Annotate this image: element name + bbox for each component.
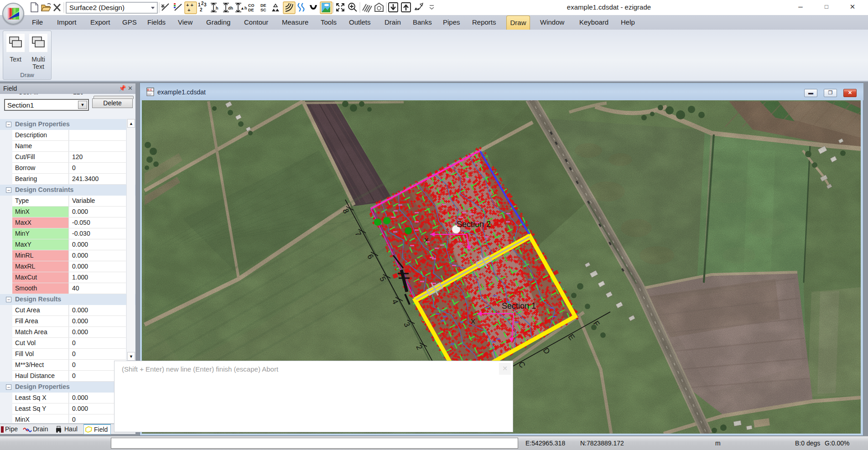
svg-text:3: 3 bbox=[204, 2, 207, 7]
svg-text:SC: SC bbox=[260, 8, 266, 12]
svg-text:h: h bbox=[216, 6, 218, 10]
svg-text:D·C: D·C bbox=[147, 88, 152, 91]
svg-text:Section 2: Section 2 bbox=[457, 220, 491, 229]
svg-text:X: X bbox=[471, 317, 475, 325]
svg-text:DE: DE bbox=[260, 3, 266, 8]
svg-text:Surface2 (Design): Surface2 (Design) bbox=[69, 4, 125, 11]
svg-text:+: + bbox=[187, 7, 190, 13]
svg-text:dh: dh bbox=[228, 6, 233, 10]
svg-text:2: 2 bbox=[200, 7, 203, 12]
svg-text:X: X bbox=[424, 236, 429, 244]
svg-text:CO: CO bbox=[248, 3, 255, 8]
svg-text:DE: DE bbox=[248, 8, 254, 12]
svg-text:▲h: ▲h bbox=[240, 6, 247, 10]
svg-text:1: 1 bbox=[198, 2, 201, 7]
